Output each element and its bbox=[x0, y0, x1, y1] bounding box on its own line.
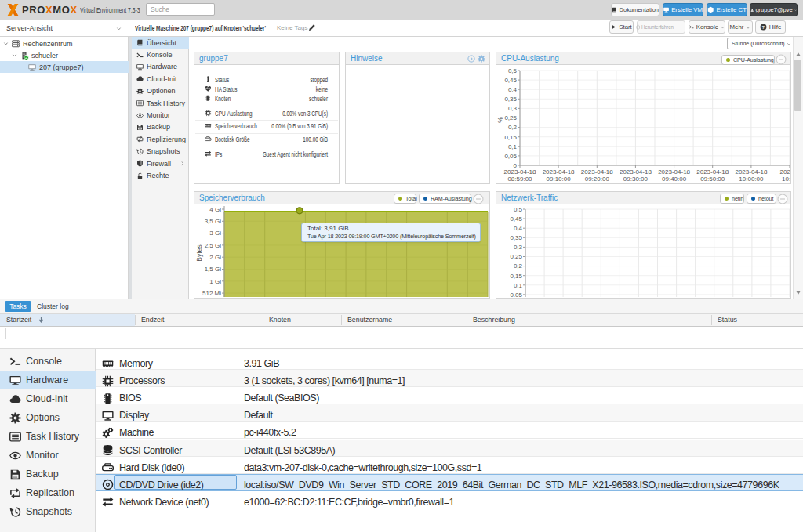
svg-text:2,5 Gi: 2,5 Gi bbox=[205, 242, 222, 249]
svg-text:3 Gi: 3 Gi bbox=[209, 230, 221, 237]
svg-text:0,3: 0,3 bbox=[514, 244, 523, 251]
svg-text:0,25: 0,25 bbox=[504, 114, 517, 121]
svg-text:08:59:00: 08:59:00 bbox=[507, 176, 532, 183]
svg-text:2023-04-18: 2023-04-18 bbox=[581, 168, 613, 176]
svg-text:2023-04-18: 2023-04-18 bbox=[620, 168, 652, 176]
svg-text:0,45: 0,45 bbox=[504, 77, 517, 84]
svg-text:0,2: 0,2 bbox=[514, 262, 523, 270]
svg-text:2 Gi: 2 Gi bbox=[209, 254, 221, 261]
svg-text:0,15: 0,15 bbox=[504, 134, 517, 141]
svg-text:09:50:00: 09:50:00 bbox=[700, 176, 725, 183]
svg-text:09:30:00: 09:30:00 bbox=[623, 176, 649, 183]
svg-text:2023-04-18: 2023-04-18 bbox=[504, 168, 536, 176]
svg-text:2023-04-18: 2023-04-18 bbox=[543, 168, 575, 176]
svg-text:0,2: 0,2 bbox=[508, 124, 518, 131]
svg-text:0,35: 0,35 bbox=[504, 96, 517, 103]
svg-text:0,5: 0,5 bbox=[514, 206, 523, 213]
svg-text:10:08: 10:08 bbox=[782, 176, 790, 183]
svg-text:0,35: 0,35 bbox=[510, 234, 522, 241]
svg-text:%: % bbox=[496, 117, 504, 123]
svg-text:09:20:00: 09:20:00 bbox=[585, 176, 610, 183]
svg-text:2023-04-18: 2023-04-18 bbox=[696, 168, 729, 176]
svg-text:3,5 Gi: 3,5 Gi bbox=[205, 218, 222, 225]
svg-text:0,05: 0,05 bbox=[510, 291, 522, 297]
svg-text:0,5: 0,5 bbox=[508, 67, 518, 74]
svg-text:0,4: 0,4 bbox=[514, 225, 523, 232]
svg-text:2023-04-18: 2023-04-18 bbox=[735, 168, 767, 176]
svg-text:0,05: 0,05 bbox=[504, 153, 517, 160]
svg-text:0,1: 0,1 bbox=[508, 143, 518, 150]
svg-text:1,5 Gi: 1,5 Gi bbox=[205, 266, 222, 273]
svg-text:1 Gi: 1 Gi bbox=[209, 278, 221, 285]
svg-text:2023-04-18: 2023-04-18 bbox=[658, 168, 690, 176]
svg-text:10:00:00: 10:00:00 bbox=[739, 176, 764, 183]
svg-text:0,15: 0,15 bbox=[510, 273, 522, 280]
svg-text:09:40:00: 09:40:00 bbox=[662, 176, 687, 183]
svg-text:0,4: 0,4 bbox=[508, 86, 518, 93]
svg-text:0,3: 0,3 bbox=[508, 105, 518, 112]
svg-text:0,25: 0,25 bbox=[510, 253, 522, 260]
svg-text:Bytes: Bytes bbox=[195, 244, 203, 261]
svg-text:4 Gi: 4 Gi bbox=[209, 206, 221, 213]
svg-text:09:10:00: 09:10:00 bbox=[547, 176, 572, 183]
svg-text:512 Mi: 512 Mi bbox=[202, 290, 221, 297]
svg-text:2023-0: 2023-0 bbox=[780, 168, 790, 176]
svg-text:0,45: 0,45 bbox=[510, 215, 522, 223]
svg-text:?: ? bbox=[761, 24, 765, 30]
svg-text:0,1: 0,1 bbox=[514, 282, 523, 289]
